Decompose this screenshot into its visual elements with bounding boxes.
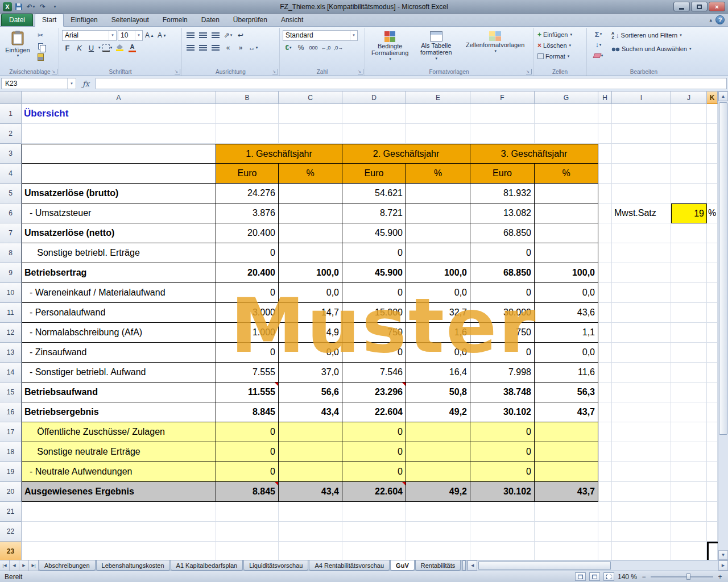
font-color-button[interactable]: A [127, 42, 138, 53]
cell-k4[interactable] [707, 164, 718, 184]
increase-decimal-button[interactable]: ←,0 [320, 42, 332, 53]
cell-e2[interactable] [406, 124, 470, 144]
cell-h13[interactable] [598, 343, 612, 363]
cell-j18[interactable] [671, 442, 707, 462]
cell-i2[interactable] [612, 124, 671, 144]
cell-k22[interactable] [707, 522, 718, 542]
column-header-d[interactable]: D [342, 92, 406, 104]
cell-c14[interactable]: 37,0 [279, 363, 342, 383]
vertical-scroll-track[interactable] [718, 101, 728, 550]
row-header-20[interactable]: 20 [0, 482, 22, 502]
cell-c12[interactable]: 4,9 [279, 323, 342, 343]
cell-h8[interactable] [598, 243, 612, 263]
row-header-21[interactable]: 21 [0, 502, 22, 522]
cell-j5[interactable] [671, 184, 707, 203]
clipboard-dialog-launcher[interactable]: ↘ [52, 69, 57, 74]
cell-b19[interactable]: 0 [216, 462, 279, 482]
cell-f12[interactable]: 750 [470, 323, 535, 343]
fill-button[interactable]: ↓▾ [590, 40, 607, 50]
help-button[interactable]: ? [715, 15, 725, 24]
sheet-tab-guv[interactable]: GuV [390, 560, 415, 571]
cell-f21[interactable] [470, 502, 535, 522]
format-as-table-button[interactable]: Als Tabelle formatieren ▾ [413, 29, 459, 67]
cell-j13[interactable] [671, 343, 707, 363]
redo-button[interactable]: ↷ [38, 2, 48, 12]
save-button[interactable] [14, 2, 24, 12]
cell-i21[interactable] [612, 502, 671, 522]
cell-i23[interactable] [612, 542, 671, 560]
scroll-left-button[interactable]: ◀ [468, 560, 477, 571]
increase-indent-button[interactable]: » [235, 42, 246, 53]
row-header-12[interactable]: 12 [0, 323, 22, 343]
cell-a8[interactable]: Sonstige betriebl. Erträge [22, 243, 216, 263]
align-left-button[interactable] [185, 42, 196, 53]
cell-d23[interactable] [342, 542, 406, 560]
align-top-button[interactable] [185, 30, 196, 41]
cell-d16[interactable]: 22.604 [342, 402, 406, 422]
cell-a17[interactable]: Öffentliche Zuschüsse/ Zulagen [22, 422, 216, 442]
cell-e21[interactable] [406, 502, 470, 522]
cell-a21[interactable] [22, 502, 216, 522]
cell-k21[interactable] [707, 502, 718, 522]
cell-k20[interactable] [707, 482, 718, 502]
align-center-button[interactable] [197, 42, 209, 53]
cell-e16[interactable]: 49,2 [406, 402, 470, 422]
alignment-dialog-launcher[interactable]: ↘ [272, 69, 278, 74]
number-dialog-launcher[interactable]: ↘ [358, 69, 363, 74]
horizontal-scroll-thumb[interactable] [478, 561, 611, 570]
cell-a1[interactable]: Übersicht [22, 104, 216, 124]
cell-c6[interactable] [279, 203, 342, 223]
cell-i1[interactable] [612, 104, 671, 124]
cell-d13[interactable]: 0 [342, 343, 406, 363]
sub-header-5[interactable]: Euro [470, 164, 535, 184]
column-header-i[interactable]: I [612, 92, 671, 104]
cell-d21[interactable] [342, 502, 406, 522]
cell-e18[interactable] [406, 442, 470, 462]
cell-b13[interactable]: 0 [216, 343, 279, 363]
cell-j16[interactable] [671, 402, 707, 422]
tab-split-handle[interactable] [462, 560, 466, 571]
row-header-6[interactable]: 6 [0, 203, 22, 223]
sub-header-6[interactable]: % [535, 164, 598, 184]
cell-h9[interactable] [598, 263, 612, 283]
cell-c11[interactable]: 14,7 [279, 303, 342, 323]
column-header-a[interactable]: A [22, 92, 216, 104]
zoom-level-label[interactable]: 140 % [618, 573, 637, 581]
cell-a13[interactable]: - Zinsaufwand [22, 343, 216, 363]
cell-a9[interactable]: Betriebsertrag [22, 263, 216, 283]
column-header-f[interactable]: F [470, 92, 535, 104]
cell-h1[interactable] [598, 104, 612, 124]
cell-d18[interactable]: 0 [342, 442, 406, 462]
cell-i12[interactable] [612, 323, 671, 343]
cell-i3[interactable] [612, 144, 671, 164]
cell-j3[interactable] [671, 144, 707, 164]
delete-cells-button[interactable]: × Löschen ▾ [536, 40, 584, 51]
cell-f13[interactable]: 0 [470, 343, 535, 363]
cell-d19[interactable]: 0 [342, 462, 406, 482]
cell-h14[interactable] [598, 363, 612, 383]
cell-f2[interactable] [470, 124, 535, 144]
cell-i13[interactable] [612, 343, 671, 363]
cell-h5[interactable] [598, 184, 612, 203]
cell-h17[interactable] [598, 422, 612, 442]
font-size-combo[interactable]: 10 ▾ [118, 30, 143, 41]
cell-b17[interactable]: 0 [216, 422, 279, 442]
cell-i9[interactable] [612, 263, 671, 283]
year-header-2[interactable]: 2. Geschäftsjahr [342, 144, 470, 164]
zoom-slider-thumb[interactable] [686, 573, 690, 580]
decrease-font-button[interactable]: A▼ [156, 30, 168, 41]
cell-g13[interactable]: 0,0 [535, 343, 598, 363]
row-header-16[interactable]: 16 [0, 402, 22, 422]
normal-view-button[interactable] [575, 572, 586, 581]
autosum-button[interactable]: Σ▾ [590, 29, 607, 39]
find-select-button[interactable]: Suchen und Auswählen ▾ [609, 43, 694, 55]
cell-j12[interactable] [671, 323, 707, 343]
cell-g7[interactable] [535, 223, 598, 243]
row-header-19[interactable]: 19 [0, 462, 22, 482]
cell-e14[interactable]: 16,4 [406, 363, 470, 383]
cell-i6[interactable]: Mwst.Satz [612, 203, 671, 223]
scroll-up-button[interactable]: ▲ [718, 92, 728, 101]
cell-f15[interactable]: 38.748 [470, 383, 535, 402]
cell-e5[interactable] [406, 184, 470, 203]
cell-d12[interactable]: 750 [342, 323, 406, 343]
